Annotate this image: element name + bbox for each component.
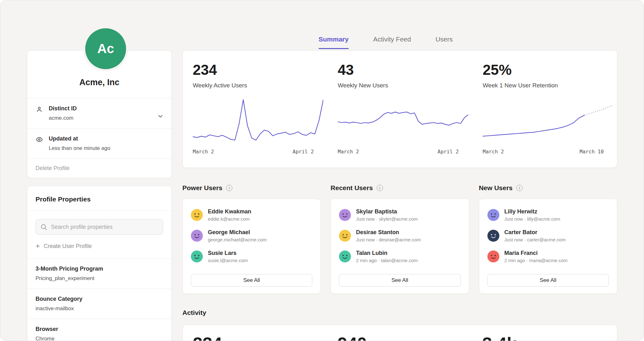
tab-summary[interactable]: Summary [319,36,349,50]
user-avatar [339,250,351,262]
user-avatar [487,230,499,242]
person-icon [36,106,43,113]
new-users-card: Lilly Herwitz Just now · lilly@acme.com … [479,199,617,294]
list-item[interactable]: Eddie Kwakman eddie.k@acme.com [191,208,312,222]
user-lists-section: Power Users Eddie Kwakman eddie.k@acme.c… [182,184,617,294]
recent-users-card: Skylar Baptista Just now · skyler@acme.c… [330,199,469,294]
search-wrap [36,219,163,235]
create-user-profile-button[interactable]: Create User Profile [36,242,163,250]
info-icon[interactable] [377,185,383,191]
user-text: Eddie Kwakman eddie.k@acme.com [208,208,251,222]
search-icon [40,223,47,231]
user-text: Skylar Baptista Just now · skyler@acme.c… [356,208,418,222]
property-row[interactable]: Browser Chrome [27,319,171,341]
list-item[interactable]: Desirae Stanton Just now · desirae@acme.… [339,229,460,242]
updated-at-label: Updated at [49,135,110,142]
list-title: Power Users [182,184,222,192]
chart-axis-labels: March 2 March 10 [483,149,613,155]
tab-activity-feed[interactable]: Activity Feed [373,36,411,50]
property-name: Bounce Category [36,296,163,302]
summary-stats-panel: 234 Weekly Active Users March 2 April 2 … [182,50,617,168]
divider [27,211,171,211]
user-name: Susie Lars [208,250,248,256]
list-item[interactable]: Maria Franci 2 min ago · maria@acme.com [487,250,609,263]
chart-axis-labels: March 2 April 2 [193,149,323,155]
power-users-column: Power Users Eddie Kwakman eddie.k@acme.c… [182,184,321,294]
user-text: Desirae Stanton Just now · desirae@acme.… [356,229,421,242]
user-avatar [339,209,351,221]
delete-profile-button[interactable]: Delete Profile [27,158,171,178]
list-item[interactable]: Skylar Baptista Just now · skyler@acme.c… [339,208,460,222]
updated-at-value: Less than one minute ago [49,145,110,151]
stat-weekly-new-users: 43 Weekly New Users March 2 April 2 [328,51,473,168]
updated-at-row: Updated at Less than one minute ago [27,128,171,158]
tab-users[interactable]: Users [436,36,453,50]
user-name: Maria Franci [504,250,568,256]
updated-at-text: Updated at Less than one minute ago [49,135,110,151]
info-icon[interactable] [226,185,232,191]
user-name: Skylar Baptista [356,208,418,215]
stat-weekly-active-users: 234 Weekly Active Users March 2 April 2 [183,51,328,168]
user-meta: Just now · lilly@acme.com [504,216,560,222]
new-users-header: New Users [479,184,617,192]
user-avatar [191,230,203,242]
list-item[interactable]: George Michael george.michael@acme.com [191,229,312,242]
list-item[interactable]: Lilly Herwitz Just now · lilly@acme.com [487,208,609,222]
activity-stat: 3.4k [472,325,617,341]
search-profile-properties-input[interactable] [36,219,163,235]
user-name: Desirae Stanton [356,229,421,236]
axis-label-start: March 2 [483,149,504,155]
activity-section-title: Activity [182,309,617,318]
distinct-id-value: acme.com [49,115,77,121]
user-meta: eddie.k@acme.com [208,216,251,222]
user-avatar [487,209,499,221]
list-title: Recent Users [330,184,373,192]
main-content: Summary Activity Feed Users 234 Weekly A… [182,0,617,341]
property-row[interactable]: 3-Month Pricing Program Pricing_plan_exp… [27,258,171,289]
property-row[interactable]: Bounce Category inactive-mailbox [27,289,171,319]
recent-users-header: Recent Users [330,184,469,192]
user-text: George Michael george.michael@acme.com [208,229,267,242]
see-all-button[interactable]: See All [191,274,312,287]
power-users-header: Power Users [182,184,321,192]
recent-users-column: Recent Users Skylar Baptista Just now · … [330,184,469,294]
see-all-button[interactable]: See All [339,274,460,287]
stat-label: Week 1 New User Retention [483,82,613,89]
user-text: Maria Franci 2 min ago · maria@acme.com [504,250,568,263]
stat-value: 25% [483,61,613,78]
stat-week1-retention: 25% Week 1 New User Retention March 2 Ma… [473,51,618,168]
distinct-id-row[interactable]: Distinct ID acme.com [27,98,171,128]
activity-stat: 940 [327,325,472,341]
user-meta: Just now · skyler@acme.com [356,216,418,222]
activity-stat-value: 940 [337,333,468,341]
stat-label: Weekly New Users [338,82,468,89]
user-text: Talan Lubin 2 min ago · talan@acme.com [356,250,418,263]
new-users-column: New Users Lilly Herwitz Just now · lilly… [479,184,617,294]
user-meta: george.michael@acme.com [208,237,267,242]
user-meta: susie.l@acme.com [208,258,248,263]
company-avatar: Ac [85,28,126,69]
axis-label-end: April 2 [293,149,314,155]
list-title: New Users [479,184,513,192]
see-all-button[interactable]: See All [487,274,609,287]
create-user-profile-label: Create User Profile [44,243,92,250]
list-item[interactable]: Carter Bator Just now · carter@acme.com [487,229,609,242]
activity-stats-panel: 234 940 3.4k [182,325,617,341]
list-item[interactable]: Talan Lubin 2 min ago · talan@acme.com [339,250,460,263]
chevron-down-icon[interactable] [157,113,164,120]
user-text: Lilly Herwitz Just now · lilly@acme.com [504,208,560,222]
property-name: 3-Month Pricing Program [36,266,163,272]
plus-icon [36,242,40,250]
property-value: Chrome [36,336,163,341]
list-item[interactable]: Susie Lars susie.l@acme.com [191,250,312,263]
user-meta: 2 min ago · talan@acme.com [356,258,418,263]
axis-label-end: March 10 [580,149,604,155]
sparkline-chart [193,97,323,144]
sparkline-chart [483,97,613,144]
user-meta: Just now · desirae@acme.com [356,237,421,242]
info-icon[interactable] [516,185,523,191]
activity-stat: 234 [183,325,327,341]
app-window: Ac Acme, Inc Distinct ID acme.com [0,0,644,341]
user-text: Carter Bator Just now · carter@acme.com [504,229,566,242]
power-users-card: Eddie Kwakman eddie.k@acme.com George Mi… [182,199,321,294]
